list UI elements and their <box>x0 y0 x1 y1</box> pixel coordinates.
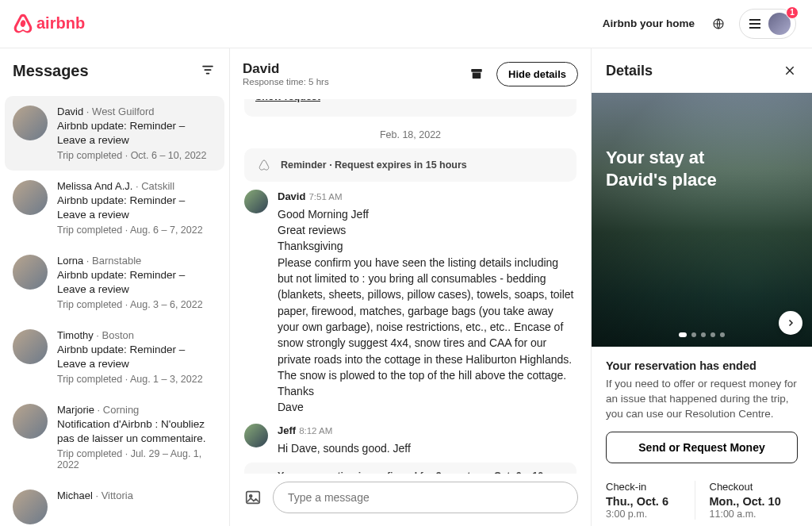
notification-badge: 1 <box>786 6 799 19</box>
thread-title: Airbnb update: Reminder – Leave a review <box>57 343 216 371</box>
checkout-time: 11:00 a.m. <box>710 509 799 520</box>
thread-item[interactable]: Marjorie · CorningNotification d'Airbnb … <box>5 394 224 480</box>
image-icon <box>244 489 262 506</box>
details-body: Your reservation has ended If you need t… <box>592 347 812 520</box>
reminder-text: Reminder · Request expires in 15 hours <box>281 159 467 171</box>
svg-rect-1 <box>202 66 213 67</box>
send-request-money-button[interactable]: Send or Request Money <box>606 432 798 463</box>
thread-item[interactable]: Michael · Vittoria <box>5 480 224 526</box>
main-layout: Messages David · West GuilfordAirbnb upd… <box>0 48 812 526</box>
thread-name: Marjorie <box>57 404 94 416</box>
listing-hero: Your stay at David's place <box>592 93 812 347</box>
reservation-ended-title: Your reservation has ended <box>606 359 798 372</box>
date-separator: Feb. 18, 2022 <box>244 129 576 140</box>
message-avatar <box>244 190 268 213</box>
archive-button[interactable] <box>465 62 488 86</box>
thread-meta: Trip completed · Aug. 6 – 7, 2022 <box>57 225 216 236</box>
thread-avatar <box>13 490 48 524</box>
thread-location: Barnstable <box>92 255 141 267</box>
chevron-right-icon <box>786 318 795 328</box>
thread-title: Airbnb update: Reminder – Leave a review <box>57 119 216 147</box>
thread-location: Vittoria <box>102 490 133 501</box>
details-column: Details Your stay at David's place Your … <box>592 48 812 526</box>
thread-list[interactable]: David · West GuilfordAirbnb update: Remi… <box>0 93 229 526</box>
svg-rect-3 <box>206 73 210 75</box>
thread-avatar <box>13 255 48 290</box>
thread-item[interactable]: Melissa And A.J. · CatskillAirbnb update… <box>5 171 224 245</box>
conversation-column: David Response time: 5 hrs Hide details … <box>230 48 592 526</box>
hero-pager <box>592 332 812 337</box>
thread-item[interactable]: Lorna · BarnstableAirbnb update: Reminde… <box>5 245 224 320</box>
svg-rect-4 <box>471 69 482 72</box>
reminder-chip: Reminder · Request expires in 15 hours <box>244 148 576 182</box>
messages-column: Messages David · West GuilfordAirbnb upd… <box>0 48 230 526</box>
dates-row: Check-in Thu., Oct. 6 3:00 p.m. Checkout… <box>606 481 798 520</box>
thread-item[interactable]: David · West GuilfordAirbnb update: Remi… <box>5 96 224 171</box>
messages-scroll[interactable]: Show request Feb. 18, 2022 Reminder · Re… <box>230 93 591 474</box>
globe-icon <box>712 17 725 30</box>
close-icon <box>783 64 796 77</box>
thread-location: Corning <box>103 404 140 416</box>
thread-item[interactable]: Timothy · BostonAirbnb update: Reminder … <box>5 320 224 394</box>
confirmed-chip: Your reservation is confirmed for 9 gues… <box>244 463 576 474</box>
message-text: Hi Dave, sounds good. Jeff <box>278 440 576 456</box>
thread-title: Notification d'Airbnb : N'oubliez pas de… <box>57 417 216 445</box>
hide-details-button[interactable]: Hide details <box>496 62 578 86</box>
message-time: 8:12 AM <box>299 426 332 436</box>
hero-dot[interactable] <box>701 332 706 337</box>
thread-meta: Trip completed · Oct. 6 – 10, 2022 <box>57 150 216 161</box>
brand-logo[interactable]: airbnb <box>13 12 85 36</box>
archive-icon <box>469 67 484 81</box>
message-input[interactable] <box>273 482 578 513</box>
checkin-time: 3:00 p.m. <box>606 509 695 520</box>
language-button[interactable] <box>704 10 733 38</box>
profile-menu-button[interactable]: 1 <box>739 9 796 39</box>
thread-avatar <box>13 180 48 215</box>
thread-name: Timothy <box>57 329 94 341</box>
message-text: Good Morning JeffGreat reviewsThanksgivi… <box>278 206 576 416</box>
thread-title: Airbnb update: Reminder – Leave a review <box>57 268 216 296</box>
airbnb-glyph-icon <box>255 473 270 474</box>
hero-title: Your stay at David's place <box>606 147 764 190</box>
message-sender: Jeff <box>278 424 296 436</box>
thread-name: Melissa And A.J. <box>57 180 132 192</box>
svg-rect-2 <box>205 69 212 71</box>
checkin-label: Check-in <box>606 481 695 493</box>
conversation-header: David Response time: 5 hrs Hide details <box>230 48 591 93</box>
message-avatar <box>244 424 268 447</box>
hero-dot[interactable] <box>691 332 696 337</box>
message: Jeff8:12 AMHi Dave, sounds good. Jeff <box>244 424 576 456</box>
hero-dot[interactable] <box>720 332 725 337</box>
composer <box>230 474 591 526</box>
brand-text: airbnb <box>36 14 85 33</box>
details-header: Details <box>592 48 812 93</box>
confirmed-text: Your reservation is confirmed for 9 gues… <box>278 470 546 474</box>
thread-location: Catskill <box>141 180 174 192</box>
checkin-date: Thu., Oct. 6 <box>606 495 695 508</box>
message-sender: David <box>278 190 305 202</box>
request-chip-partial: Show request <box>244 99 576 117</box>
hero-dot[interactable] <box>710 332 715 337</box>
thread-location: West Guilford <box>92 106 155 117</box>
filter-button[interactable] <box>201 63 216 79</box>
messages-title: Messages <box>13 62 89 80</box>
airbnb-your-home-link[interactable]: Airbnb your home <box>593 10 704 37</box>
airbnb-glyph-icon <box>255 156 273 174</box>
hero-next-button[interactable] <box>779 311 802 335</box>
message-time: 7:51 AM <box>308 192 342 202</box>
thread-meta: Trip completed · Aug. 1 – 3, 2022 <box>57 374 216 385</box>
close-details-button[interactable] <box>782 63 798 79</box>
thread-name: Lorna <box>57 255 83 267</box>
checkout-col: Checkout Mon., Oct. 10 11:00 a.m. <box>695 481 799 520</box>
conversation-host-name: David <box>243 61 457 77</box>
show-request-link[interactable]: Show request <box>255 99 320 102</box>
checkout-label: Checkout <box>710 481 799 493</box>
attach-image-button[interactable] <box>243 487 263 508</box>
details-title: Details <box>606 63 653 79</box>
thread-avatar <box>13 329 48 364</box>
hero-dot[interactable] <box>679 332 687 337</box>
hamburger-icon <box>749 23 760 25</box>
thread-avatar <box>13 106 48 140</box>
airbnb-logo-icon <box>13 12 33 36</box>
message: David7:51 AMGood Morning JeffGreat revie… <box>244 190 576 416</box>
